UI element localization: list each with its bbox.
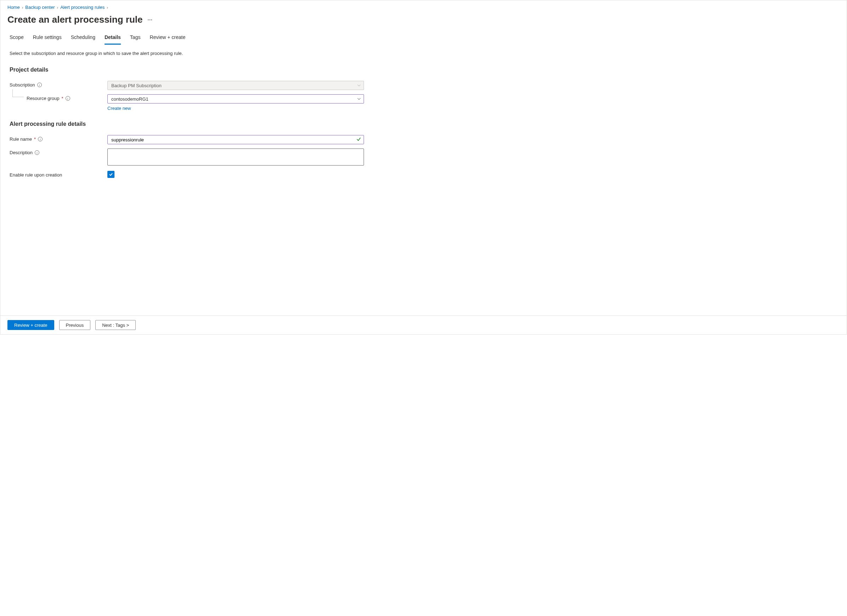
tabs: Scope Rule settings Scheduling Details T… <box>7 31 840 45</box>
resource-group-dropdown[interactable]: contosodemoRG1 <box>108 94 364 103</box>
subscription-value: Backup PM Subscription <box>111 83 162 88</box>
description-input[interactable] <box>108 149 364 165</box>
breadcrumb-item-backup-center[interactable]: Backup center <box>25 4 55 10</box>
create-new-link[interactable]: Create new <box>108 106 131 111</box>
tab-tags[interactable]: Tags <box>130 31 141 45</box>
more-actions-button[interactable]: ⋯ <box>148 17 153 23</box>
breadcrumb-item-home[interactable]: Home <box>7 4 20 10</box>
chevron-right-icon: › <box>22 5 24 10</box>
resource-group-value: contosodemoRG1 <box>111 96 149 102</box>
chevron-down-icon <box>357 84 361 87</box>
chevron-right-icon: › <box>57 5 58 10</box>
chevron-down-icon <box>357 97 361 100</box>
description-label: Description <box>10 150 32 155</box>
chevron-right-icon: › <box>107 5 108 10</box>
tab-review-create[interactable]: Review + create <box>149 31 185 45</box>
tree-connector-icon <box>12 89 24 97</box>
tab-rule-settings[interactable]: Rule settings <box>33 31 62 45</box>
breadcrumb: Home › Backup center › Alert processing … <box>7 3 840 13</box>
previous-button[interactable]: Previous <box>59 320 91 330</box>
required-indicator: * <box>62 96 63 101</box>
info-icon[interactable]: i <box>66 96 70 100</box>
tab-details[interactable]: Details <box>105 31 121 45</box>
required-indicator: * <box>34 136 36 142</box>
review-create-button[interactable]: Review + create <box>7 320 54 330</box>
enable-rule-checkbox[interactable] <box>108 171 115 178</box>
tab-scheduling[interactable]: Scheduling <box>71 31 95 45</box>
rule-name-input[interactable] <box>108 135 364 144</box>
checkmark-icon <box>356 137 361 143</box>
enable-rule-label: Enable rule upon creation <box>10 172 62 177</box>
next-tags-button[interactable]: Next : Tags > <box>95 320 136 330</box>
subscription-label: Subscription <box>10 82 35 87</box>
rule-name-label: Rule name <box>10 136 32 142</box>
tab-hint-text: Select the subscription and resource gro… <box>10 51 837 66</box>
info-icon[interactable]: i <box>35 150 39 155</box>
page-title: Create an alert processing rule <box>7 14 142 25</box>
section-title-rule-details: Alert processing rule details <box>10 121 837 135</box>
breadcrumb-item-alert-processing-rules[interactable]: Alert processing rules <box>60 4 105 10</box>
section-title-project-details: Project details <box>10 66 837 81</box>
subscription-dropdown: Backup PM Subscription <box>108 81 364 90</box>
footer: Review + create Previous Next : Tags > <box>0 315 847 334</box>
info-icon[interactable]: i <box>37 83 42 87</box>
resource-group-label: Resource group <box>27 96 59 101</box>
info-icon[interactable]: i <box>38 137 43 142</box>
tab-scope[interactable]: Scope <box>10 31 24 45</box>
